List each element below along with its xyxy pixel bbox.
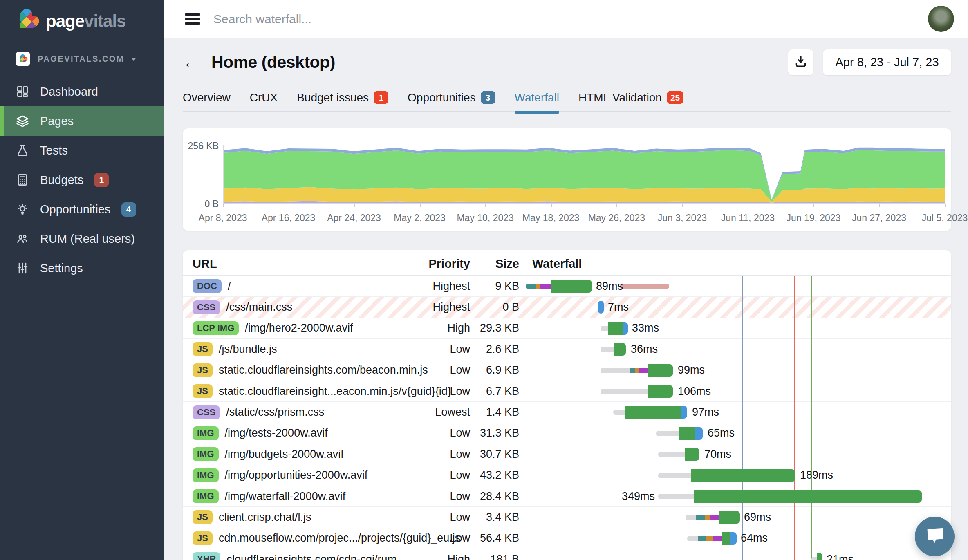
waterfall-segment-teal — [698, 536, 706, 541]
table-row[interactable]: DOC/Highest9 KB89ms — [183, 276, 951, 297]
table-row[interactable]: CSS/css/main.cssHighest0 B7ms — [183, 297, 951, 318]
sidebar-item-tests[interactable]: Tests — [0, 136, 164, 165]
waterfall-segment-green — [817, 553, 822, 560]
timing-label: 21ms — [827, 549, 854, 560]
chat-button[interactable] — [915, 517, 955, 556]
x-axis-label: Jun 27, 2023 — [852, 213, 906, 224]
timing-label: 65ms — [708, 423, 735, 444]
url-text: static.cloudflareinsights.com/beacon.min… — [219, 364, 428, 376]
waterfall-segment-gray — [601, 368, 630, 373]
priority-cell: Highest — [412, 276, 470, 296]
url-cell: XHRcloudflareinsights.com/cdn-cgi/rum — [193, 549, 409, 560]
site-selector[interactable]: PAGEVITALS.COM ▾ — [0, 34, 164, 66]
url-text: / — [228, 280, 231, 293]
x-axis-tick — [354, 204, 355, 207]
table-row[interactable]: JSclient.crisp.chat/l.jsLow3.4 KB69ms — [183, 507, 951, 528]
menu-icon[interactable] — [185, 11, 200, 27]
table-row[interactable]: JS/js/bundle.jsLow2.6 KB36ms — [183, 339, 951, 360]
table-row[interactable]: XHRcloudflareinsights.com/cdn-cgi/rumHig… — [183, 549, 951, 560]
table-row[interactable]: JSstatic.cloudflareinsights.com/beacon.m… — [183, 360, 951, 381]
resource-type-badge: LCP IMG — [193, 321, 239, 335]
timing-label: 189ms — [800, 465, 833, 486]
brand[interactable]: pagevitals — [0, 0, 164, 34]
resource-type-badge: IMG — [193, 468, 219, 482]
url-text: cloudflareinsights.com/cdn-cgi/rum — [226, 553, 397, 560]
waterfall-segment-salmon — [620, 284, 669, 289]
resource-type-badge: CSS — [193, 300, 220, 314]
table-row[interactable]: IMG/img/opportunities-2000w.avifLow43.2 … — [183, 465, 951, 486]
back-button[interactable]: ← — [183, 54, 199, 70]
waterfall-segment-blue — [730, 532, 737, 545]
stacked-area-chart[interactable] — [223, 145, 945, 204]
url-text: /img/budgets-2000w.avif — [225, 448, 344, 461]
sidebar-item-rum-real-users[interactable]: RUM (Real users) — [0, 224, 164, 253]
size-cell: 56.4 KB — [470, 528, 519, 549]
table-row[interactable]: CSS/static/css/prism.cssLowest1.4 KB97ms — [183, 402, 951, 423]
url-text: /img/tests-2000w.avif — [225, 427, 328, 439]
table-row[interactable]: LCP IMG/img/hero2-2000w.avifHigh29.3 KB3… — [183, 318, 951, 339]
table-row[interactable]: IMG/img/tests-2000w.avifLow31.3 KB65ms — [183, 423, 951, 444]
sidebar-item-dashboard[interactable]: Dashboard — [0, 77, 164, 106]
page-title: Home (desktop) — [211, 53, 335, 72]
x-axis-label: Jul 5, 2023 — [922, 213, 968, 224]
column-header-url: URL — [193, 257, 217, 271]
user-avatar[interactable] — [928, 6, 954, 32]
resource-type-badge: DOC — [193, 279, 222, 293]
x-axis-tick — [879, 204, 880, 207]
priority-cell: Low — [412, 423, 470, 444]
search-input[interactable] — [213, 12, 500, 26]
url-text: /img/opportunities-2000w.avif — [225, 469, 368, 482]
resource-type-badge: JS — [193, 384, 213, 398]
waterfall-bar: 64ms — [526, 528, 951, 549]
tab-budget-issues[interactable]: Budget issues1 — [297, 86, 388, 111]
waterfall-segment-gray — [613, 410, 625, 415]
x-axis-tick — [551, 204, 552, 207]
table-row[interactable]: IMG/img/budgets-2000w.avifLow30.7 KB70ms — [183, 444, 951, 465]
waterfall-bar: 33ms — [526, 318, 951, 338]
tab-opportunities[interactable]: Opportunities3 — [408, 86, 495, 111]
x-axis-label: May 18, 2023 — [522, 213, 579, 224]
site-name: PAGEVITALS.COM — [38, 54, 124, 64]
tab-overview[interactable]: Overview — [183, 86, 231, 111]
tab-bar: OverviewCrUXBudget issues1Opportunities3… — [183, 86, 951, 112]
size-cell: 181 B — [470, 549, 519, 560]
x-axis-label: Jun 3, 2023 — [658, 213, 707, 224]
size-cell: 2.6 KB — [470, 339, 519, 359]
waterfall-segment-purple — [710, 515, 719, 520]
download-button[interactable] — [788, 49, 813, 75]
date-range-button[interactable]: Apr 8, 23 - Jul 7, 23 — [823, 49, 951, 75]
resource-type-badge: XHR — [193, 552, 220, 560]
table-row[interactable]: IMG/img/waterfall-2000w.avifLow28.4 KB34… — [183, 486, 951, 507]
x-axis-label: Apr 24, 2023 — [327, 213, 381, 224]
tab-badge: 3 — [481, 91, 495, 104]
waterfall-segment-gray — [811, 557, 817, 560]
tab-html-validation[interactable]: HTML Validation25 — [578, 86, 683, 111]
sidebar-item-settings[interactable]: Settings — [0, 253, 164, 283]
resource-type-badge: IMG — [193, 489, 219, 503]
tab-waterfall[interactable]: Waterfall — [515, 86, 559, 111]
size-cell: 31.3 KB — [470, 423, 519, 444]
column-header-waterfall: Waterfall — [532, 257, 582, 271]
chevron-down-icon: ▾ — [132, 56, 136, 63]
sidebar-item-opportunities[interactable]: Opportunities4 — [0, 195, 164, 224]
tab-crux[interactable]: CrUX — [250, 86, 278, 111]
waterfall-segment-gray — [656, 431, 679, 436]
download-icon — [794, 55, 807, 69]
sidebar-item-label: Opportunities — [40, 203, 111, 216]
priority-cell: Low — [412, 465, 470, 486]
url-cell: DOC/ — [193, 276, 409, 296]
waterfall-segment-green — [685, 448, 699, 461]
waterfall-bar: 21ms — [526, 549, 951, 560]
table-row[interactable]: JSstatic.cloudflareinsight...eacon.min.j… — [183, 381, 951, 402]
url-cell: JSstatic.cloudflareinsights.com/beacon.m… — [193, 360, 409, 381]
table-row[interactable]: JScdn.mouseflow.com/projec.../projects/{… — [183, 528, 951, 549]
timing-label: 33ms — [632, 318, 659, 338]
size-cell: 9 KB — [470, 276, 519, 296]
opportunities-icon — [16, 202, 29, 216]
waterfall-segment-green — [694, 490, 922, 503]
sidebar-item-budgets[interactable]: Budgets1 — [0, 165, 164, 195]
waterfall-segment-green — [648, 385, 673, 398]
waterfall-bar: 99ms — [526, 360, 951, 381]
priority-cell: Low — [412, 528, 470, 549]
sidebar-item-pages[interactable]: Pages — [0, 106, 164, 136]
